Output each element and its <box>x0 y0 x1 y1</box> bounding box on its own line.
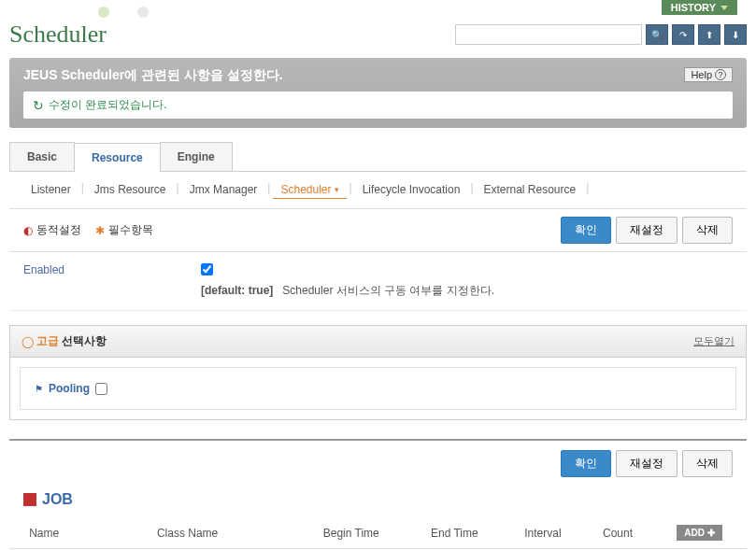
flag-icon: ⚑ <box>35 384 43 394</box>
pooling-label: Pooling <box>49 382 90 395</box>
job-section-title: JOB <box>42 491 73 508</box>
history-button[interactable]: HISTORY <box>662 0 737 15</box>
tab-basic[interactable]: Basic <box>9 142 75 171</box>
subtab-external[interactable]: External Resource <box>477 181 584 199</box>
decorative-dots <box>98 7 149 18</box>
add-button[interactable]: ADD ✚ <box>677 525 722 541</box>
col-name: Name <box>9 517 78 549</box>
expand-all-link[interactable]: 모두열기 <box>693 334 735 348</box>
subtab-jms[interactable]: Jms Resource <box>87 181 174 199</box>
tab-engine[interactable]: Engine <box>160 142 233 171</box>
col-interval: Interval <box>503 517 583 549</box>
subtab-lifecycle[interactable]: Lifecycle Invocation <box>355 181 468 199</box>
col-classname: Class Name <box>78 517 295 549</box>
job-icon <box>23 493 36 506</box>
legend: ◐ 동적설정 ✱ 필수항목 <box>23 222 153 238</box>
refresh-icon: ↻ <box>33 98 44 113</box>
col-actions: ADD ✚ <box>652 517 747 549</box>
delete-button[interactable]: 삭제 <box>682 217 733 244</box>
page-title: Scheduler <box>9 21 107 49</box>
tab-resource[interactable]: Resource <box>74 143 161 172</box>
advanced-panel: ◯ 고급 선택사항 모두열기 ⚑ Pooling <box>9 325 747 420</box>
required-icon: ✱ <box>95 224 105 237</box>
delete-button-2[interactable]: 삭제 <box>682 450 733 477</box>
warning-icon: ◯ <box>21 335 34 348</box>
confirm-button[interactable]: 확인 <box>561 217 611 244</box>
reset-button-2[interactable]: 재설정 <box>616 450 678 477</box>
success-message: ↻ 수정이 완료되었습니다. <box>23 92 733 119</box>
subtab-jmx[interactable]: Jmx Manager <box>182 181 265 199</box>
col-endtime: End Time <box>407 517 503 549</box>
dynamic-icon: ◐ <box>23 224 33 237</box>
col-begintime: Begin Time <box>296 517 407 549</box>
reset-button[interactable]: 재설정 <box>616 217 678 244</box>
enabled-label: Enabled <box>23 263 201 299</box>
job-table: Name Class Name Begin Time End Time Inte… <box>9 517 747 550</box>
pooling-checkbox[interactable] <box>95 383 107 395</box>
export-icon[interactable]: ↷ <box>672 24 694 45</box>
enabled-checkbox[interactable] <box>201 263 213 275</box>
search-input[interactable] <box>455 24 642 45</box>
sub-tabs: Listener| Jms Resource| Jmx Manager| Sch… <box>9 172 747 209</box>
main-tabs: Basic Resource Engine <box>9 142 747 172</box>
confirm-button-2[interactable]: 확인 <box>561 450 611 477</box>
subtab-scheduler[interactable]: Scheduler <box>273 181 346 199</box>
description-panel: JEUS Scheduler에 관련된 사항을 설정한다. Help ↻ 수정이… <box>9 58 747 128</box>
help-button[interactable]: Help <box>684 67 733 82</box>
download-xml-icon[interactable]: ⬇ <box>724 24 747 45</box>
subtab-listener[interactable]: Listener <box>23 181 78 199</box>
description-text: JEUS Scheduler에 관련된 사항을 설정한다. <box>23 67 733 84</box>
col-count: Count <box>583 517 652 549</box>
search-icon[interactable]: 🔍 <box>646 24 668 45</box>
upload-xml-icon[interactable]: ⬆ <box>698 24 720 45</box>
history-label: HISTORY <box>671 2 716 13</box>
